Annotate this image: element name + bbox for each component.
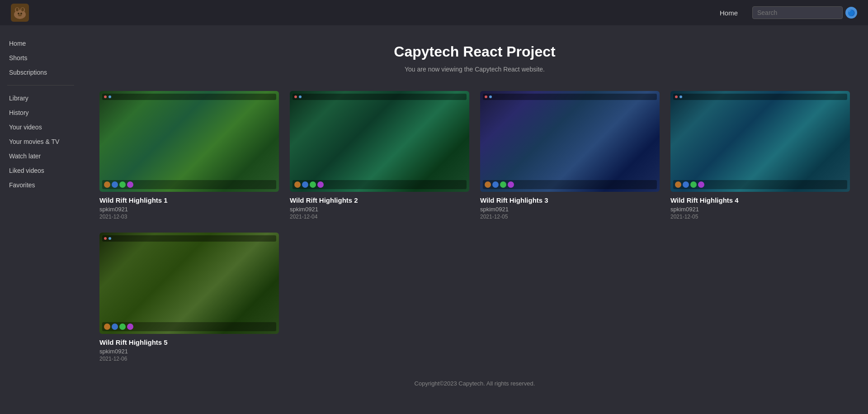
page-subtitle: You are now viewing the Capytech React w… — [99, 66, 850, 73]
thumb-dot-blue — [108, 95, 111, 98]
svg-point-4 — [16, 8, 19, 11]
page-footer: Copyright©2023 Capytech. All rights rese… — [99, 371, 850, 396]
thumb-icon-4 — [698, 181, 704, 188]
thumb-dot-blue — [679, 95, 682, 98]
sidebar-item-subscriptions[interactable]: Subscriptions — [0, 65, 81, 80]
sidebar-item-library[interactable]: Library — [0, 91, 81, 105]
main-content: Capytech React Project You are now viewi… — [81, 25, 868, 414]
search-icon: 🔵 — [848, 10, 855, 16]
video-thumbnail — [99, 233, 279, 333]
thumb-icon-3 — [119, 324, 126, 330]
thumb-dot-red — [294, 95, 297, 98]
thumb-top-bar — [102, 94, 276, 100]
thumb-icon-2 — [683, 181, 689, 188]
thumb-overlay — [290, 91, 469, 192]
thumb-top-bar — [292, 94, 467, 100]
video-date: 2021-12-05 — [670, 214, 850, 220]
thumb-icon-4 — [127, 324, 133, 330]
video-date: 2021-12-06 — [99, 356, 279, 362]
svg-point-6 — [18, 13, 19, 14]
video-date: 2021-12-03 — [99, 214, 279, 220]
video-title: Wild Rift Highlights 4 — [670, 196, 850, 204]
video-author: spkim0921 — [290, 206, 469, 213]
video-card[interactable]: Wild Rift Highlights 2 spkim0921 2021-12… — [290, 91, 469, 220]
thumb-icon-1 — [675, 181, 681, 188]
thumb-icon-3 — [690, 181, 697, 188]
svg-point-8 — [18, 14, 22, 16]
sidebar: Home Shorts Subscriptions Library Histor… — [0, 25, 81, 414]
video-grid: Wild Rift Highlights 1 spkim0921 2021-12… — [99, 91, 850, 362]
search-input[interactable] — [752, 6, 843, 19]
video-card[interactable]: Wild Rift Highlights 1 spkim0921 2021-12… — [99, 91, 279, 220]
sidebar-item-label: History — [9, 109, 29, 116]
sidebar-item-your-videos[interactable]: Your videos — [0, 120, 81, 134]
sidebar-item-label: Favorites — [9, 181, 35, 189]
thumb-bottom-bar — [102, 180, 276, 189]
sidebar-item-liked-videos[interactable]: Liked videos — [0, 163, 81, 178]
page-title: Capytech React Project — [99, 43, 850, 60]
video-thumbnail — [480, 91, 660, 192]
thumb-dot-blue — [108, 237, 111, 240]
sidebar-item-home[interactable]: Home — [0, 36, 81, 51]
search-container: 🔵 — [752, 6, 857, 19]
thumb-bottom-bar — [483, 180, 657, 189]
video-thumbnail — [99, 91, 279, 192]
svg-point-7 — [20, 13, 22, 14]
sidebar-item-shorts[interactable]: Shorts — [0, 51, 81, 65]
thumb-icon-4 — [508, 181, 514, 188]
thumb-bottom-bar — [102, 322, 276, 331]
thumb-overlay — [99, 91, 279, 192]
thumb-icon-4 — [127, 181, 133, 188]
search-button[interactable]: 🔵 — [845, 7, 857, 19]
video-thumbnail — [670, 91, 850, 192]
video-author: spkim0921 — [99, 206, 279, 213]
thumb-icon-1 — [485, 181, 491, 188]
thumb-icon-2 — [112, 324, 118, 330]
sidebar-item-label: Your videos — [9, 124, 42, 131]
thumb-overlay — [480, 91, 660, 192]
sidebar-item-favorites[interactable]: Favorites — [0, 178, 81, 192]
thumb-icon-3 — [310, 181, 316, 188]
sidebar-item-label: Library — [9, 95, 28, 102]
sidebar-item-label: Subscriptions — [9, 69, 47, 76]
video-card[interactable]: Wild Rift Highlights 3 spkim0921 2021-12… — [480, 91, 660, 220]
thumb-dot-red — [675, 95, 678, 98]
video-title: Wild Rift Highlights 1 — [99, 196, 279, 204]
thumb-icon-1 — [104, 324, 110, 330]
logo-icon — [11, 4, 29, 22]
thumb-bottom-bar — [673, 180, 847, 189]
sidebar-item-label: Liked videos — [9, 167, 44, 174]
sidebar-item-label: Your movies & TV — [9, 138, 59, 145]
svg-point-5 — [21, 8, 24, 11]
thumb-dot-blue — [299, 95, 302, 98]
header-home-link[interactable]: Home — [720, 9, 738, 17]
thumb-overlay — [99, 233, 279, 333]
footer-text: Copyright©2023 Capytech. All rights rese… — [415, 380, 535, 387]
thumb-dot-red — [485, 95, 487, 98]
video-card[interactable]: Wild Rift Highlights 4 spkim0921 2021-12… — [670, 91, 850, 220]
sidebar-item-label: Home — [9, 40, 26, 47]
thumb-icon-3 — [119, 181, 126, 188]
sidebar-item-label: Watch later — [9, 152, 41, 160]
thumb-top-bar — [483, 94, 657, 100]
thumb-icon-1 — [294, 181, 301, 188]
header-nav: Home 🔵 — [720, 6, 857, 19]
thumb-top-bar — [102, 235, 276, 242]
video-author: spkim0921 — [480, 206, 660, 213]
sidebar-item-your-movies-tv[interactable]: Your movies & TV — [0, 134, 81, 149]
app-header: Home 🔵 — [0, 0, 868, 25]
thumb-dot-red — [104, 95, 107, 98]
sidebar-item-watch-later[interactable]: Watch later — [0, 149, 81, 163]
sidebar-item-history[interactable]: History — [0, 105, 81, 120]
video-card[interactable]: Wild Rift Highlights 5 spkim0921 2021-12… — [99, 233, 279, 362]
thumb-icon-2 — [492, 181, 499, 188]
thumb-bottom-bar — [292, 180, 467, 189]
thumb-icon-2 — [302, 181, 308, 188]
video-author: spkim0921 — [99, 348, 279, 355]
thumb-icon-1 — [104, 181, 110, 188]
video-date: 2021-12-05 — [480, 214, 660, 220]
thumb-icon-2 — [112, 181, 118, 188]
sidebar-item-label: Shorts — [9, 54, 27, 62]
thumb-icon-4 — [317, 181, 324, 188]
thumb-dot-blue — [489, 95, 492, 98]
